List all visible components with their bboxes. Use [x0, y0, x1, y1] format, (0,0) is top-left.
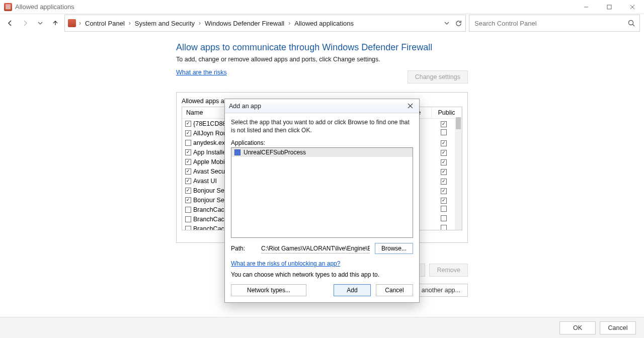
firewall-icon: [68, 19, 76, 27]
application-list-item[interactable]: UnrealCEFSubProcess: [231, 148, 413, 157]
close-button[interactable]: [621, 0, 644, 14]
svg-rect-1: [607, 5, 611, 9]
titlebar: Allowed applications: [0, 0, 644, 14]
applications-label: Applications:: [231, 139, 413, 146]
ok-button[interactable]: OK: [559, 321, 596, 334]
row-enabled-checkbox[interactable]: [185, 216, 191, 222]
dialog-title: Add an app: [229, 103, 261, 110]
address-bar[interactable]: › Control Panel › System and Security › …: [64, 15, 466, 32]
forward-button[interactable]: [19, 17, 31, 29]
app-cube-icon: [234, 149, 240, 155]
search-box[interactable]: [469, 15, 640, 32]
risks-link[interactable]: What are the risks: [176, 69, 227, 76]
chevron-right-icon: ›: [129, 20, 131, 27]
refresh-button[interactable]: [455, 20, 462, 27]
breadcrumb-item[interactable]: System and Security: [134, 19, 196, 28]
add-button[interactable]: Add: [334, 284, 371, 296]
network-types-text: You can choose which network types to ad…: [231, 271, 413, 278]
bottom-cancel-button[interactable]: Cancel: [600, 321, 636, 334]
back-button[interactable]: [4, 17, 16, 29]
page-heading: Allow apps to communicate through Window…: [176, 42, 468, 53]
change-settings-button[interactable]: Change settings: [408, 70, 468, 83]
chevron-right-icon: ›: [199, 20, 201, 27]
svg-point-4: [629, 21, 633, 25]
row-public-checkbox[interactable]: [441, 121, 447, 127]
cancel-button[interactable]: Cancel: [376, 284, 413, 296]
table-scrollbar[interactable]: [455, 117, 462, 230]
svg-line-5: [633, 25, 635, 27]
bottom-bar: OK Cancel: [0, 317, 644, 338]
row-public-checkbox[interactable]: [441, 129, 447, 135]
recent-dropdown[interactable]: [34, 17, 46, 29]
row-public-checkbox[interactable]: [441, 206, 447, 212]
row-enabled-checkbox[interactable]: [185, 149, 191, 155]
search-icon: [627, 19, 635, 27]
row-enabled-checkbox[interactable]: [185, 159, 191, 165]
row-public-checkbox[interactable]: [441, 198, 447, 204]
row-enabled-checkbox[interactable]: [185, 121, 191, 127]
row-enabled-checkbox[interactable]: [185, 226, 191, 231]
row-enabled-checkbox[interactable]: [185, 188, 191, 194]
chevron-right-icon: ›: [79, 20, 81, 27]
page-subtext: To add, change or remove allowed apps an…: [176, 56, 468, 63]
allow-another-app-button[interactable]: another app...: [414, 284, 468, 297]
column-public[interactable]: Public: [432, 107, 462, 118]
path-label: Path:: [231, 245, 256, 252]
dialog-risk-link[interactable]: What are the risks of unblocking an app?: [231, 260, 340, 267]
row-public-checkbox[interactable]: [441, 225, 447, 230]
search-input[interactable]: [473, 19, 627, 28]
row-enabled-checkbox[interactable]: [185, 130, 191, 136]
row-public-checkbox[interactable]: [441, 179, 447, 185]
maximize-button[interactable]: [598, 0, 621, 14]
window-title: Allowed applications: [15, 3, 74, 11]
row-enabled-checkbox[interactable]: [185, 168, 191, 175]
path-field[interactable]: C:\Riot Games\VALORANT\live\Engine\Binar…: [261, 244, 370, 254]
minimize-button[interactable]: [575, 0, 598, 14]
row-public-checkbox[interactable]: [441, 169, 447, 175]
breadcrumb-item[interactable]: Control Panel: [84, 19, 126, 28]
add-app-dialog: Add an app Select the app that you want …: [224, 99, 420, 303]
dialog-close-button[interactable]: [405, 101, 415, 111]
row-public-checkbox[interactable]: [441, 150, 447, 156]
applications-list[interactable]: UnrealCEFSubProcess: [231, 147, 413, 238]
row-public-checkbox[interactable]: [441, 188, 447, 194]
row-public-checkbox[interactable]: [441, 159, 447, 165]
row-enabled-checkbox[interactable]: [185, 207, 191, 213]
breadcrumb-item[interactable]: Windows Defender Firewall: [204, 19, 285, 28]
nav-row: › Control Panel › System and Security › …: [0, 14, 644, 32]
row-public-checkbox[interactable]: [441, 215, 447, 221]
browse-button[interactable]: Browse...: [375, 243, 413, 254]
firewall-icon: [4, 3, 12, 11]
row-enabled-checkbox[interactable]: [185, 140, 191, 146]
remove-button[interactable]: Remove: [429, 264, 468, 277]
dialog-instruction: Select the app that you want to add or c…: [231, 118, 413, 134]
row-enabled-checkbox[interactable]: [185, 197, 191, 203]
chevron-down-icon[interactable]: [444, 20, 450, 26]
network-types-button[interactable]: Network types...: [231, 284, 306, 296]
scrollbar-thumb[interactable]: [456, 117, 461, 129]
row-public-checkbox[interactable]: [441, 140, 447, 146]
chevron-right-icon: ›: [288, 20, 290, 27]
row-enabled-checkbox[interactable]: [185, 178, 191, 184]
application-name: UnrealCEFSubProcess: [244, 149, 306, 156]
breadcrumb-item[interactable]: Allowed applications: [293, 19, 355, 28]
up-button[interactable]: [49, 17, 61, 29]
